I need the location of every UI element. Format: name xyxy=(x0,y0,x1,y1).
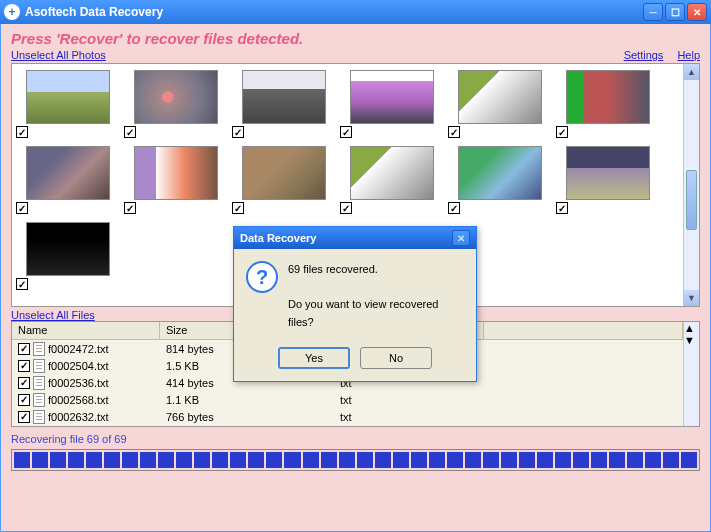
file-name: f0002504.txt xyxy=(48,360,109,372)
close-button[interactable]: ✕ xyxy=(687,3,707,21)
photo-thumbnail[interactable] xyxy=(350,146,434,200)
photo-thumbnail[interactable] xyxy=(566,70,650,124)
file-name: f0002472.txt xyxy=(48,343,109,355)
app-icon: + xyxy=(4,4,20,20)
photo-thumbnail[interactable] xyxy=(242,70,326,124)
content-area: Press 'Recover' to recover files detecte… xyxy=(0,24,711,532)
photo-thumbnail[interactable] xyxy=(350,70,434,124)
no-button[interactable]: No xyxy=(360,347,432,369)
scroll-up-icon[interactable]: ▲ xyxy=(684,64,699,80)
scroll-up-icon[interactable]: ▲ xyxy=(684,322,699,334)
window-title: Asoftech Data Recovery xyxy=(25,5,641,19)
thumbnail-checkbox[interactable] xyxy=(448,202,460,214)
thumbnail-checkbox[interactable] xyxy=(16,126,28,138)
thumbnail-checkbox[interactable] xyxy=(124,202,136,214)
photo-thumbnail[interactable] xyxy=(26,146,110,200)
file-icon xyxy=(33,342,45,356)
dialog-title: Data Recovery xyxy=(240,232,452,244)
file-name: f0002632.txt xyxy=(48,411,109,423)
yes-button[interactable]: Yes xyxy=(278,347,350,369)
photo-thumbnail[interactable] xyxy=(134,70,218,124)
row-checkbox[interactable] xyxy=(18,377,30,389)
files-scrollbar[interactable]: ▲ ▼ xyxy=(683,322,699,426)
file-size: 766 bytes xyxy=(160,411,334,423)
row-checkbox[interactable] xyxy=(18,394,30,406)
thumbnail-checkbox[interactable] xyxy=(556,126,568,138)
photo-thumbnail[interactable] xyxy=(26,70,110,124)
table-row[interactable]: f0002632.txt766 bytestxt xyxy=(12,408,683,425)
settings-link[interactable]: Settings xyxy=(624,49,664,61)
file-size: 1.1 KB xyxy=(160,394,334,406)
dialog-line1: 69 files recovered. xyxy=(288,261,464,279)
thumbnail-checkbox[interactable] xyxy=(556,202,568,214)
help-link[interactable]: Help xyxy=(677,49,700,61)
row-checkbox[interactable] xyxy=(18,360,30,372)
row-checkbox[interactable] xyxy=(18,411,30,423)
recovery-dialog: Data Recovery ✕ ? 69 files recovered. Do… xyxy=(233,226,477,382)
thumbnail-checkbox[interactable] xyxy=(448,126,460,138)
status-text: Recovering file 69 of 69 xyxy=(11,433,700,445)
maximize-button[interactable]: ☐ xyxy=(665,3,685,21)
file-icon xyxy=(33,359,45,373)
minimize-button[interactable]: ─ xyxy=(643,3,663,21)
thumbnail-checkbox[interactable] xyxy=(232,202,244,214)
col-blank xyxy=(484,322,683,339)
scroll-down-icon[interactable]: ▼ xyxy=(684,290,699,306)
unselect-all-photos-link[interactable]: Unselect All Photos xyxy=(11,49,106,61)
photos-scrollbar[interactable]: ▲ ▼ xyxy=(683,64,699,306)
file-icon xyxy=(33,393,45,407)
thumbnail-checkbox[interactable] xyxy=(340,126,352,138)
table-row[interactable]: f0002568.txt1.1 KBtxt xyxy=(12,391,683,408)
thumbnail-checkbox[interactable] xyxy=(340,202,352,214)
thumbnail-checkbox[interactable] xyxy=(16,278,28,290)
titlebar[interactable]: + Asoftech Data Recovery ─ ☐ ✕ xyxy=(0,0,711,24)
photo-thumbnail[interactable] xyxy=(458,146,542,200)
file-icon xyxy=(33,410,45,424)
unselect-all-files-link[interactable]: Unselect All Files xyxy=(11,309,95,321)
thumbnail-checkbox[interactable] xyxy=(232,126,244,138)
photo-thumbnail[interactable] xyxy=(458,70,542,124)
col-name[interactable]: Name xyxy=(12,322,160,339)
top-link-bar: Unselect All Photos Settings Help xyxy=(11,49,700,61)
row-checkbox[interactable] xyxy=(18,343,30,355)
file-name: f0002568.txt xyxy=(48,394,109,406)
question-icon: ? xyxy=(246,261,278,293)
dialog-close-button[interactable]: ✕ xyxy=(452,230,470,246)
scroll-thumb[interactable] xyxy=(686,170,697,230)
scroll-down-icon[interactable]: ▼ xyxy=(684,334,699,346)
file-ext: txt xyxy=(334,411,484,423)
file-name: f0002536.txt xyxy=(48,377,109,389)
photo-thumbnail[interactable] xyxy=(242,146,326,200)
file-icon xyxy=(33,376,45,390)
instruction-text: Press 'Recover' to recover files detecte… xyxy=(11,30,700,47)
photo-thumbnail[interactable] xyxy=(566,146,650,200)
photo-thumbnail[interactable] xyxy=(26,222,110,276)
thumbnail-checkbox[interactable] xyxy=(16,202,28,214)
file-ext: txt xyxy=(334,394,484,406)
thumbnail-checkbox[interactable] xyxy=(124,126,136,138)
dialog-titlebar[interactable]: Data Recovery ✕ xyxy=(234,227,476,249)
dialog-line2: Do you want to view recovered files? xyxy=(288,296,464,331)
photo-thumbnail[interactable] xyxy=(134,146,218,200)
dialog-message: 69 files recovered. Do you want to view … xyxy=(288,261,464,331)
progress-bar xyxy=(11,449,700,471)
